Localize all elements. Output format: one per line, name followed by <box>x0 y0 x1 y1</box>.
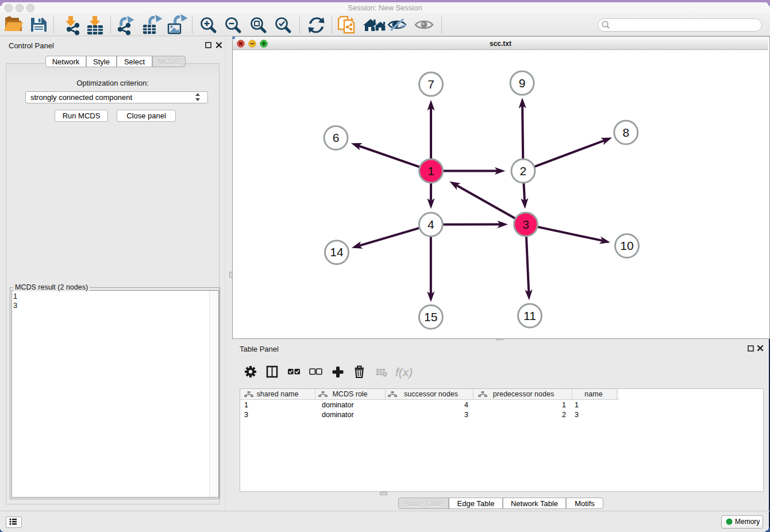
svg-text:2: 2 <box>520 164 527 178</box>
svg-text:Memory: Memory <box>735 518 760 526</box>
svg-text:9: 9 <box>519 76 526 90</box>
svg-text:15: 15 <box>424 310 437 323</box>
svg-text:7: 7 <box>428 78 434 91</box>
svg-text:4: 4 <box>428 218 434 231</box>
svg-text:14: 14 <box>330 245 344 259</box>
svg-text:11: 11 <box>523 309 536 322</box>
svg-text:3: 3 <box>522 218 529 231</box>
svg-text:6: 6 <box>333 131 340 144</box>
svg-text:1: 1 <box>428 164 434 178</box>
svg-text:f(x): f(x) <box>395 365 413 379</box>
svg-text:10: 10 <box>620 239 633 252</box>
svg-text:8: 8 <box>622 126 629 139</box>
